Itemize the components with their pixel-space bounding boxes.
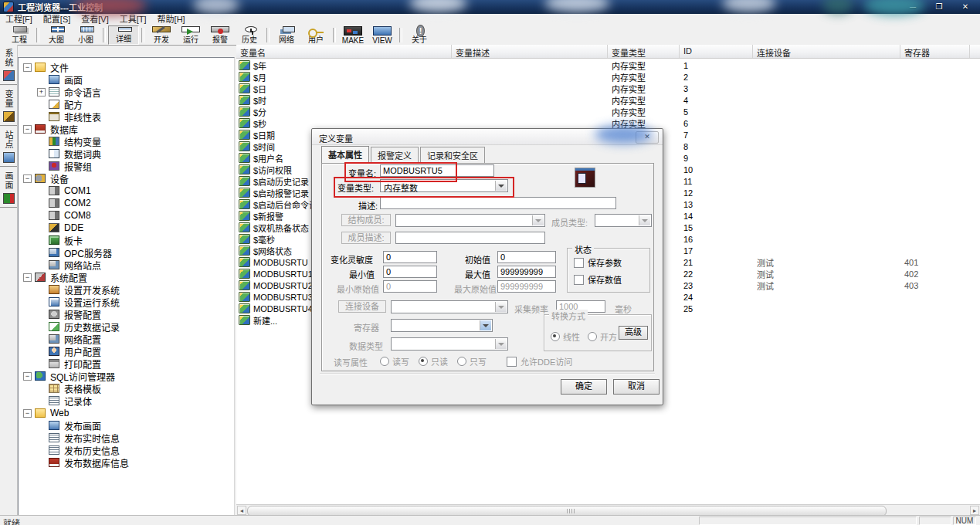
variable-window-icon[interactable] — [575, 168, 595, 188]
ok-button[interactable]: 确定 — [561, 379, 607, 395]
initial-value-input[interactable]: 0 — [497, 251, 556, 263]
tree-item-历史数据记录[interactable]: 历史数据记录 — [20, 320, 234, 333]
toolbar-button-project[interactable]: 工程 — [5, 25, 34, 45]
toolbar-button-about[interactable]: 关于 — [405, 25, 434, 45]
toolbar-button-large-icons[interactable]: 大图 — [42, 25, 71, 45]
dialog-tab-记录和安全区[interactable]: 记录和安全区 — [420, 147, 485, 163]
tree-item-COM2[interactable]: COM2 — [20, 197, 234, 209]
tree-item-SQL访问管理器[interactable]: −SQL访问管理器 — [20, 370, 234, 382]
tree-item-命令语言[interactable]: +命令语言 — [20, 86, 234, 98]
min-raw-input: 0 — [383, 280, 437, 293]
column-header-连接设备[interactable]: 连接设备 — [753, 45, 900, 58]
tree-item-COM8[interactable]: COM8 — [20, 209, 234, 222]
side-tab-variable[interactable]: 变量 — [0, 86, 17, 127]
collapse-icon[interactable]: − — [23, 409, 32, 418]
toolbar-button-develop[interactable]: 开发 — [147, 25, 176, 45]
table-row[interactable]: $时内存实型4 — [236, 94, 980, 106]
scroll-right-arrow[interactable]: ▸ — [970, 506, 979, 515]
column-header-变量名[interactable]: 变量名 — [236, 45, 452, 58]
tree-item-设置运行系统[interactable]: 设置运行系统 — [20, 296, 234, 308]
side-tab-station[interactable]: 站点 — [0, 127, 17, 168]
column-header-ID[interactable]: ID — [680, 45, 753, 58]
tree-item-配方[interactable]: 配方 — [20, 98, 234, 110]
toolbar-button-small-icons[interactable]: 小图 — [71, 25, 100, 45]
toolbar-button-network[interactable]: 网络 — [272, 25, 301, 45]
checkbox-icon[interactable] — [574, 258, 584, 268]
table-row[interactable]: $月内存实型2 — [236, 71, 980, 83]
close-button[interactable] — [955, 1, 975, 12]
min-input[interactable]: 0 — [383, 266, 437, 278]
dialog-tab-报警定义[interactable]: 报警定义 — [371, 147, 419, 163]
tree-item-结构变量[interactable]: 结构变量 — [20, 135, 234, 147]
column-header-寄存器[interactable]: 寄存器 — [900, 45, 970, 58]
collapse-icon[interactable]: − — [23, 125, 32, 134]
table-row[interactable]: $日内存实型3 — [236, 83, 980, 94]
tree-item-设备[interactable]: −设备 — [20, 172, 234, 185]
column-header-变量描述[interactable]: 变量描述 — [452, 45, 608, 58]
table-row[interactable]: $秒内存实型6 — [236, 117, 980, 129]
description-input[interactable] — [380, 197, 616, 209]
menu-item[interactable]: 工程[F] — [0, 14, 38, 25]
tree-item-设置开发系统[interactable]: 设置开发系统 — [20, 283, 234, 296]
horizontal-scrollbar[interactable]: ◂ ▸ — [236, 504, 980, 516]
collapse-icon[interactable]: − — [23, 63, 32, 72]
table-row[interactable]: $年内存实型1 — [236, 59, 980, 71]
tree-item-系统配置[interactable]: −系统配置 — [20, 271, 234, 283]
tree-item-发布历史信息[interactable]: 发布历史信息 — [20, 444, 234, 456]
tree-item-报警配置[interactable]: 报警配置 — [20, 308, 234, 320]
toolbar-button-details[interactable]: 详细 — [108, 25, 139, 45]
tree-item-发布数据库信息[interactable]: 发布数据库信息 — [20, 456, 234, 469]
tree-item-发布实时信息[interactable]: 发布实时信息 — [20, 432, 234, 444]
toolbar-button-alarm[interactable]: 报警 — [205, 25, 235, 45]
variable-icon — [3, 111, 15, 122]
tree-item-Web[interactable]: −Web — [20, 407, 234, 419]
collapse-icon[interactable]: − — [23, 273, 32, 282]
tree-item-文件[interactable]: −文件 — [20, 61, 234, 73]
tree-item-网络站点[interactable]: 网络站点 — [20, 259, 234, 271]
max-input[interactable]: 999999999 — [497, 266, 556, 278]
expand-icon[interactable]: + — [37, 88, 46, 97]
cancel-button[interactable]: 取消 — [613, 379, 660, 395]
tree-item-数据库[interactable]: −数据库 — [20, 123, 234, 135]
tree-item-板卡[interactable]: 板卡 — [20, 234, 234, 246]
tree-item-DDE[interactable]: DDE — [20, 222, 234, 234]
table-row[interactable]: $分内存实型5 — [236, 106, 980, 117]
tree-item-COM1[interactable]: COM1 — [20, 185, 234, 197]
dialog-close-icon[interactable] — [636, 131, 659, 144]
column-header-变量类型[interactable]: 变量类型 — [608, 45, 680, 58]
tree-item-网络配置[interactable]: 网络配置 — [20, 333, 234, 345]
rw-radio-只读: 只读 — [419, 355, 448, 368]
tree-item-数据词典[interactable]: 数据词典 — [20, 147, 234, 160]
side-tab-system[interactable]: 系统 — [0, 45, 17, 86]
dialog-title-bar[interactable]: 定义变量 — [312, 129, 663, 145]
tree-item-发布画面[interactable]: 发布画面 — [20, 419, 234, 432]
save-values-checkbox[interactable]: 保存数值 — [574, 273, 622, 286]
save-params-checkbox[interactable]: 保存参数 — [574, 256, 622, 269]
collapse-icon[interactable]: − — [23, 372, 32, 381]
sensitivity-input[interactable]: 0 — [383, 251, 437, 263]
collapse-icon[interactable]: − — [23, 174, 32, 183]
minimize-button[interactable] — [903, 1, 923, 12]
dialog-tab-基本属性[interactable]: 基本属性 — [321, 146, 369, 164]
toolbar-button-user[interactable]: 用户 — [301, 25, 331, 45]
tree-item-表格模板[interactable]: 表格模板 — [20, 382, 234, 395]
tree-item-打印配置[interactable]: 打印配置 — [20, 357, 234, 370]
toolbar-button-history[interactable]: 历史 — [235, 25, 264, 45]
restore-button[interactable] — [929, 1, 949, 12]
tree-item-画面[interactable]: 画面 — [20, 73, 234, 86]
menu-item[interactable]: 配置[S] — [38, 14, 76, 25]
side-tab-screen[interactable]: 画面 — [0, 168, 17, 208]
menu-item[interactable]: 工具[T] — [114, 14, 152, 25]
scroll-left-arrow[interactable]: ◂ — [237, 506, 246, 515]
tree-item-报警组[interactable]: 报警组 — [20, 160, 234, 172]
tree-item-记录体[interactable]: 记录体 — [20, 395, 234, 407]
checkbox-icon[interactable] — [574, 275, 584, 285]
toolbar-button-run[interactable]: 运行 — [176, 25, 205, 45]
tree-item-非线性表[interactable]: 非线性表 — [20, 110, 234, 123]
menu-item[interactable]: 查看[V] — [76, 14, 114, 25]
tree-item-用户配置[interactable]: 用户配置 — [20, 345, 234, 357]
toolbar-button-make[interactable]: MAKE — [338, 25, 368, 45]
tree-item-OPC服务器[interactable]: OPC服务器 — [20, 246, 234, 259]
toolbar-button-view[interactable]: VIEW — [368, 25, 397, 45]
menu-item[interactable]: 帮助[H] — [152, 14, 191, 25]
